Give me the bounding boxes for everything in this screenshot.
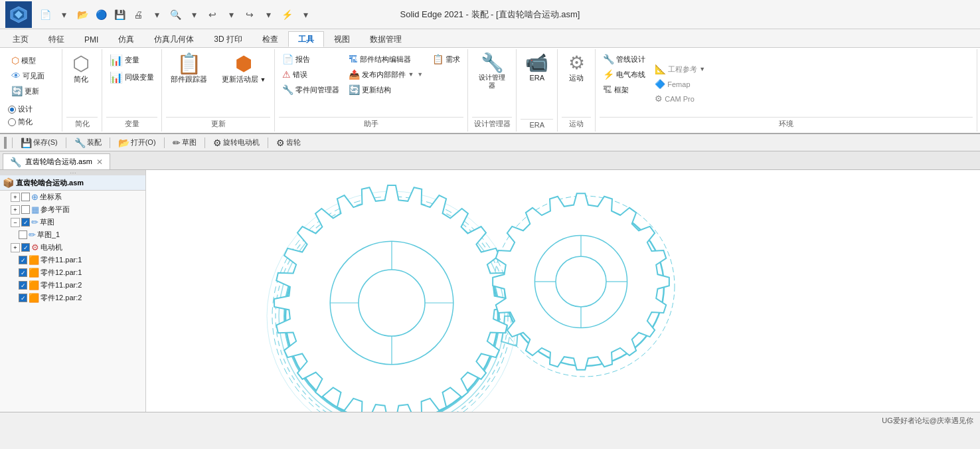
qa-dropdown3[interactable]: ▾ <box>186 7 202 23</box>
redo-button[interactable]: ↪ <box>242 7 258 23</box>
era-btn[interactable]: 📹 ERA <box>521 52 553 84</box>
design-mgr-btn[interactable]: 🔧 设计管理器 <box>472 52 512 92</box>
tree-check-refplane[interactable] <box>21 205 30 214</box>
cmd-motor[interactable]: ⚙ 旋转电动机 <box>210 136 262 149</box>
print-button[interactable]: 🖨 <box>130 7 146 23</box>
tree-check-motor[interactable] <box>21 243 30 252</box>
tab-datamgr[interactable]: 数据管理 <box>360 31 412 47</box>
qa-dropdown5[interactable]: ▾ <box>260 7 276 23</box>
status-bar: UG爱好者论坛@庆幸遇见你 <box>0 412 980 429</box>
motion-btn[interactable]: ⚙ 运动 <box>562 52 591 84</box>
tree-item-part11-1[interactable]: 🟧 零件11.par:1 <box>0 254 145 266</box>
frame-btn[interactable]: 🏗 框架 <box>600 82 649 97</box>
qa-dropdown2[interactable]: ▾ <box>149 7 165 23</box>
tree-check-part11-2[interactable] <box>19 281 27 290</box>
design-mgr-section: 🔧 设计管理器 设计管理器 <box>468 49 517 132</box>
tree-check-coords[interactable] <box>21 193 30 201</box>
model-section: ⬡ 模型 👁 可见面 🔄 更新 设计 <box>3 49 62 132</box>
tree-icon-sketch1: ✏ <box>29 230 36 240</box>
cmd-assembly[interactable]: 🔧 装配 <box>72 136 104 149</box>
tab-feature[interactable]: 特征 <box>39 31 74 47</box>
tab-home[interactable]: 主页 <box>3 31 39 47</box>
cmd-sketch[interactable]: ✏ 草图 <box>170 136 199 149</box>
simplify-section: ⬡ 简化 简化 <box>62 49 102 132</box>
simplify-radio[interactable]: 简化 <box>8 116 33 128</box>
tab-3dprint[interactable]: 3D 打印 <box>204 31 252 47</box>
part-mgr-btn[interactable]: 🔧 零件间管理器 <box>279 82 343 97</box>
femap-btn[interactable]: 🔷 Femap <box>651 77 708 91</box>
tree-check-part11-1[interactable] <box>19 256 27 264</box>
tree-root[interactable]: 📦 直齿轮啮合运动.asm <box>0 175 145 191</box>
save-button[interactable]: 💾 <box>112 7 127 23</box>
publish-internal-btn[interactable]: 📤 发布内部部件 ▼ <box>345 67 426 82</box>
tree-expand-sketch[interactable]: − <box>11 218 20 227</box>
run-button[interactable]: ⚡ <box>279 7 295 23</box>
tree-item-refplane[interactable]: + ▦ 参考平面 <box>0 203 145 216</box>
cmd-sep5 <box>204 137 205 148</box>
assistant-col3: 📋 需求 <box>429 52 463 66</box>
doc-tab-close[interactable]: ✕ <box>96 157 103 167</box>
cmd-open[interactable]: 📂 打开(O) <box>116 136 159 149</box>
tab-sim[interactable]: 仿真 <box>108 31 144 47</box>
tree-check-sketch1[interactable] <box>19 230 27 239</box>
qa-icon2[interactable]: 🔵 <box>93 7 109 23</box>
report-btn[interactable]: 📄 报告 <box>279 52 343 66</box>
tree-check-part12-2[interactable] <box>19 294 27 302</box>
variable-btn[interactable]: 📊 变量 <box>106 52 157 68</box>
track-parts-btn[interactable]: 📋 部件跟踪器 <box>166 52 212 86</box>
tab-tools[interactable]: 工具 <box>288 31 324 47</box>
pipeline-btn[interactable]: 🔧 管线设计 <box>600 52 649 66</box>
tree-check-sketch[interactable] <box>21 218 30 226</box>
cmd-sep2 <box>66 137 66 148</box>
qa-dropdown6[interactable]: ▾ <box>297 7 313 23</box>
update-model-btn[interactable]: 🔄 更新 <box>8 84 48 98</box>
qa-dropdown4[interactable]: ▾ <box>223 7 239 23</box>
tab-view[interactable]: 视图 <box>324 31 360 47</box>
design-radio[interactable]: 设计 <box>8 104 33 115</box>
tree-item-part11-2[interactable]: 🟧 零件11.par:2 <box>0 279 145 292</box>
doc-tab-icon: 🔧 <box>10 157 21 167</box>
undo-button[interactable]: ↩ <box>204 7 220 23</box>
tab-inspect[interactable]: 检查 <box>252 31 288 47</box>
doc-tab-label: 直齿轮啮合运动.asm <box>25 157 92 167</box>
zoom-button[interactable]: 🔍 <box>167 7 183 23</box>
model-btn[interactable]: ⬡ 模型 <box>8 53 48 68</box>
cmd-save[interactable]: 💾 保存(S) <box>18 136 60 149</box>
tree-icon-part11-1: 🟧 <box>29 255 39 265</box>
eng-ref-btn[interactable]: 📐 工程参考 ▼ <box>651 62 708 76</box>
tree-item-part12-1[interactable]: 🟧 零件12.par:1 <box>0 266 145 279</box>
tree-item-motor[interactable]: + ⚙ 电动机 <box>0 241 145 254</box>
title-bar: 📄 ▾ 📂 🔵 💾 🖨 ▾ 🔍 ▾ ↩ ▾ ↪ ▾ ⚡ ▾ Solid Edge… <box>0 0 980 29</box>
tree-item-coords[interactable]: + ⊕ 坐标系 <box>0 191 145 203</box>
cam-pro-btn[interactable]: ⚙ CAM Pro <box>651 92 708 106</box>
cmd-gear[interactable]: ⚙ 齿轮 <box>274 136 303 149</box>
tab-simgeo[interactable]: 仿真几何体 <box>144 31 204 47</box>
tree-expand-coords[interactable]: + <box>11 193 20 202</box>
design-mgr-label: 设计管理器 <box>472 117 512 130</box>
tree-drag-handle[interactable] <box>0 170 145 175</box>
tree-check-part12-1[interactable] <box>19 268 27 277</box>
cmd-drag-handle[interactable] <box>4 137 7 149</box>
tree-expand-motor[interactable]: + <box>11 243 20 252</box>
struct-editor-btn[interactable]: 🏗 部件结构编辑器 <box>345 52 426 66</box>
qa-dropdown1[interactable]: ▾ <box>56 7 72 23</box>
new-button[interactable]: 📄 <box>37 7 53 23</box>
update-active-btn[interactable]: ⬢ 更新活动层 <box>217 52 270 86</box>
tree-item-part12-2[interactable]: 🟧 零件12.par:2 <box>0 292 145 304</box>
demand-btn[interactable]: 📋 需求 <box>429 52 463 66</box>
tree-item-sketch1[interactable]: ✏ 草图_1 <box>0 228 145 241</box>
open-button[interactable]: 📂 <box>74 7 90 23</box>
document-tab[interactable]: 🔧 直齿轮啮合运动.asm ✕ <box>3 153 110 169</box>
tree-item-sketch[interactable]: − ✏ 草图 <box>0 216 145 228</box>
tree-expand-refplane[interactable]: + <box>11 205 20 215</box>
tab-pmi[interactable]: PMI <box>74 31 108 47</box>
tree-icon-motor: ⚙ <box>31 242 39 252</box>
update-struct-btn[interactable]: 🔄 更新结构 <box>345 82 426 97</box>
canvas-area[interactable]: /* gear drawn below */ <box>146 170 980 412</box>
visible-btn[interactable]: 👁 可见面 <box>8 68 48 83</box>
sibling-variable-btn[interactable]: 📊 同级变量 <box>106 69 157 86</box>
electrical-btn[interactable]: ⚡ 电气布线 <box>600 67 649 82</box>
simplify-radio-indicator <box>8 118 16 126</box>
error-btn[interactable]: ⚠ 错误 <box>279 67 343 82</box>
simplify-btn[interactable]: ⬡ 简化 <box>66 52 96 86</box>
